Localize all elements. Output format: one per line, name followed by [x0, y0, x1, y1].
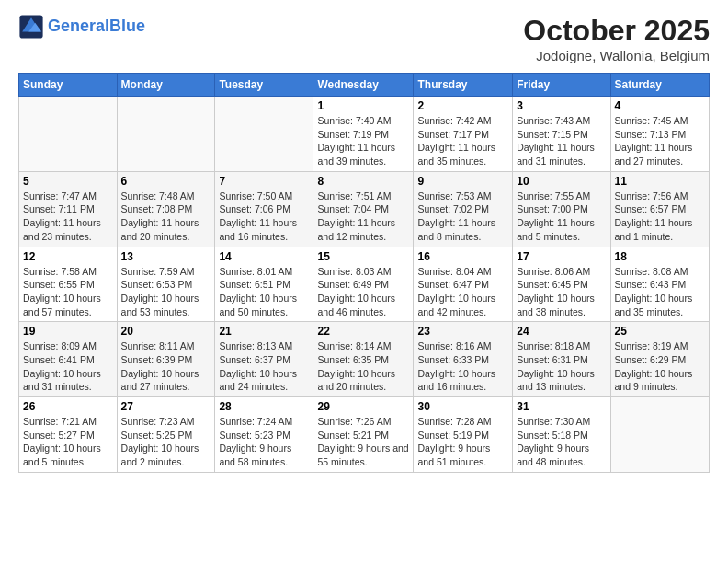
weekday-header-tuesday: Tuesday	[215, 74, 313, 97]
calendar-cell: 2Sunrise: 7:42 AMSunset: 7:17 PMDaylight…	[414, 97, 513, 172]
day-number: 2	[417, 99, 508, 112]
day-info: Sunrise: 7:30 AMSunset: 5:18 PMDaylight:…	[517, 415, 606, 469]
calendar-week-row: 5Sunrise: 7:47 AMSunset: 7:11 PMDaylight…	[19, 171, 710, 247]
day-number: 3	[517, 99, 606, 112]
calendar-cell: 27Sunrise: 7:23 AMSunset: 5:25 PMDayligh…	[117, 397, 215, 473]
day-number: 7	[219, 175, 309, 188]
day-number: 22	[317, 325, 409, 338]
calendar-cell: 13Sunrise: 7:59 AMSunset: 6:53 PMDayligh…	[117, 247, 215, 322]
day-info: Sunrise: 8:08 AMSunset: 6:43 PMDaylight:…	[615, 265, 705, 319]
day-info: Sunrise: 7:53 AMSunset: 7:02 PMDaylight:…	[417, 190, 508, 244]
calendar-cell: 28Sunrise: 7:24 AMSunset: 5:23 PMDayligh…	[215, 397, 313, 473]
day-number: 15	[317, 250, 409, 263]
logo-blue: Blue	[109, 17, 145, 35]
day-number: 10	[517, 175, 606, 188]
header: GeneralBlue October 2025 Jodoigne, Wallo…	[18, 14, 710, 63]
day-number: 28	[219, 400, 309, 413]
day-info: Sunrise: 8:06 AMSunset: 6:45 PMDaylight:…	[517, 265, 606, 319]
day-number: 1	[317, 99, 409, 112]
logo-text: GeneralBlue	[48, 17, 145, 36]
day-number: 14	[219, 250, 309, 263]
calendar-cell: 16Sunrise: 8:04 AMSunset: 6:47 PMDayligh…	[414, 247, 513, 322]
calendar-cell: 30Sunrise: 7:28 AMSunset: 5:19 PMDayligh…	[414, 397, 513, 473]
calendar-week-row: 12Sunrise: 7:58 AMSunset: 6:55 PMDayligh…	[19, 247, 710, 322]
day-number: 24	[517, 325, 606, 338]
day-info: Sunrise: 8:01 AMSunset: 6:51 PMDaylight:…	[219, 265, 309, 319]
day-info: Sunrise: 7:26 AMSunset: 5:21 PMDaylight:…	[317, 415, 409, 469]
day-number: 25	[615, 325, 705, 338]
calendar-cell: 10Sunrise: 7:55 AMSunset: 7:00 PMDayligh…	[513, 171, 610, 247]
day-info: Sunrise: 7:23 AMSunset: 5:25 PMDaylight:…	[121, 415, 211, 469]
location-subtitle: Jodoigne, Wallonia, Belgium	[523, 48, 710, 63]
calendar-table: SundayMondayTuesdayWednesdayThursdayFrid…	[18, 73, 710, 473]
day-info: Sunrise: 7:45 AMSunset: 7:13 PMDaylight:…	[615, 114, 705, 168]
calendar-cell: 21Sunrise: 8:13 AMSunset: 6:37 PMDayligh…	[215, 322, 313, 397]
day-number: 18	[615, 250, 705, 263]
weekday-header-thursday: Thursday	[414, 74, 513, 97]
calendar-cell: 6Sunrise: 7:48 AMSunset: 7:08 PMDaylight…	[117, 171, 215, 247]
weekday-header-wednesday: Wednesday	[313, 74, 414, 97]
weekday-header-row: SundayMondayTuesdayWednesdayThursdayFrid…	[19, 74, 710, 97]
page: GeneralBlue October 2025 Jodoigne, Wallo…	[0, 0, 728, 563]
calendar-cell: 18Sunrise: 8:08 AMSunset: 6:43 PMDayligh…	[610, 247, 709, 322]
logo-general: General	[48, 17, 109, 35]
weekday-header-friday: Friday	[513, 74, 610, 97]
day-info: Sunrise: 8:13 AMSunset: 6:37 PMDaylight:…	[219, 339, 309, 394]
calendar-cell: 14Sunrise: 8:01 AMSunset: 6:51 PMDayligh…	[215, 247, 313, 322]
month-year-title: October 2025	[523, 14, 710, 48]
calendar-cell	[215, 97, 313, 172]
day-info: Sunrise: 8:19 AMSunset: 6:29 PMDaylight:…	[615, 339, 705, 394]
calendar-cell: 8Sunrise: 7:51 AMSunset: 7:04 PMDaylight…	[313, 171, 414, 247]
calendar-cell: 29Sunrise: 7:26 AMSunset: 5:21 PMDayligh…	[313, 397, 414, 473]
weekday-header-saturday: Saturday	[610, 74, 709, 97]
calendar-week-row: 1Sunrise: 7:40 AMSunset: 7:19 PMDaylight…	[19, 97, 710, 172]
day-info: Sunrise: 7:28 AMSunset: 5:19 PMDaylight:…	[417, 415, 508, 469]
calendar-cell	[610, 397, 709, 473]
day-number: 12	[23, 250, 113, 263]
day-number: 26	[23, 400, 113, 413]
day-number: 27	[121, 400, 211, 413]
weekday-header-monday: Monday	[117, 74, 215, 97]
calendar-cell: 7Sunrise: 7:50 AMSunset: 7:06 PMDaylight…	[215, 171, 313, 247]
calendar-body: 1Sunrise: 7:40 AMSunset: 7:19 PMDaylight…	[19, 97, 710, 473]
day-info: Sunrise: 7:56 AMSunset: 6:57 PMDaylight:…	[615, 190, 705, 244]
day-info: Sunrise: 7:42 AMSunset: 7:17 PMDaylight:…	[417, 114, 508, 168]
day-info: Sunrise: 8:04 AMSunset: 6:47 PMDaylight:…	[417, 265, 508, 319]
day-info: Sunrise: 7:40 AMSunset: 7:19 PMDaylight:…	[317, 114, 409, 168]
day-info: Sunrise: 7:21 AMSunset: 5:27 PMDaylight:…	[23, 415, 113, 469]
calendar-cell: 15Sunrise: 8:03 AMSunset: 6:49 PMDayligh…	[313, 247, 414, 322]
calendar-cell: 24Sunrise: 8:18 AMSunset: 6:31 PMDayligh…	[513, 322, 610, 397]
day-info: Sunrise: 7:48 AMSunset: 7:08 PMDaylight:…	[121, 190, 211, 244]
calendar-cell	[117, 97, 215, 172]
calendar-cell: 5Sunrise: 7:47 AMSunset: 7:11 PMDaylight…	[19, 171, 118, 247]
calendar-cell: 9Sunrise: 7:53 AMSunset: 7:02 PMDaylight…	[414, 171, 513, 247]
day-number: 21	[219, 325, 309, 338]
day-number: 9	[417, 175, 508, 188]
calendar-cell: 11Sunrise: 7:56 AMSunset: 6:57 PMDayligh…	[610, 171, 709, 247]
calendar-cell: 23Sunrise: 8:16 AMSunset: 6:33 PMDayligh…	[414, 322, 513, 397]
day-info: Sunrise: 8:14 AMSunset: 6:35 PMDaylight:…	[317, 339, 409, 394]
day-info: Sunrise: 8:11 AMSunset: 6:39 PMDaylight:…	[121, 339, 211, 394]
day-info: Sunrise: 7:50 AMSunset: 7:06 PMDaylight:…	[219, 190, 309, 244]
calendar-cell	[19, 97, 118, 172]
day-number: 5	[23, 175, 113, 188]
logo-icon	[18, 14, 44, 40]
day-number: 19	[23, 325, 113, 338]
day-info: Sunrise: 7:24 AMSunset: 5:23 PMDaylight:…	[219, 415, 309, 469]
day-info: Sunrise: 7:58 AMSunset: 6:55 PMDaylight:…	[23, 265, 113, 319]
calendar-week-row: 26Sunrise: 7:21 AMSunset: 5:27 PMDayligh…	[19, 397, 710, 473]
day-number: 31	[517, 400, 606, 413]
day-info: Sunrise: 8:16 AMSunset: 6:33 PMDaylight:…	[417, 339, 508, 394]
day-number: 29	[317, 400, 409, 413]
day-info: Sunrise: 7:55 AMSunset: 7:00 PMDaylight:…	[517, 190, 606, 244]
calendar-cell: 12Sunrise: 7:58 AMSunset: 6:55 PMDayligh…	[19, 247, 118, 322]
day-info: Sunrise: 8:18 AMSunset: 6:31 PMDaylight:…	[517, 339, 606, 394]
calendar-cell: 17Sunrise: 8:06 AMSunset: 6:45 PMDayligh…	[513, 247, 610, 322]
day-number: 6	[121, 175, 211, 188]
day-info: Sunrise: 7:59 AMSunset: 6:53 PMDaylight:…	[121, 265, 211, 319]
day-info: Sunrise: 7:51 AMSunset: 7:04 PMDaylight:…	[317, 190, 409, 244]
calendar-cell: 25Sunrise: 8:19 AMSunset: 6:29 PMDayligh…	[610, 322, 709, 397]
day-info: Sunrise: 8:09 AMSunset: 6:41 PMDaylight:…	[23, 339, 113, 394]
calendar-week-row: 19Sunrise: 8:09 AMSunset: 6:41 PMDayligh…	[19, 322, 710, 397]
day-number: 11	[615, 175, 705, 188]
